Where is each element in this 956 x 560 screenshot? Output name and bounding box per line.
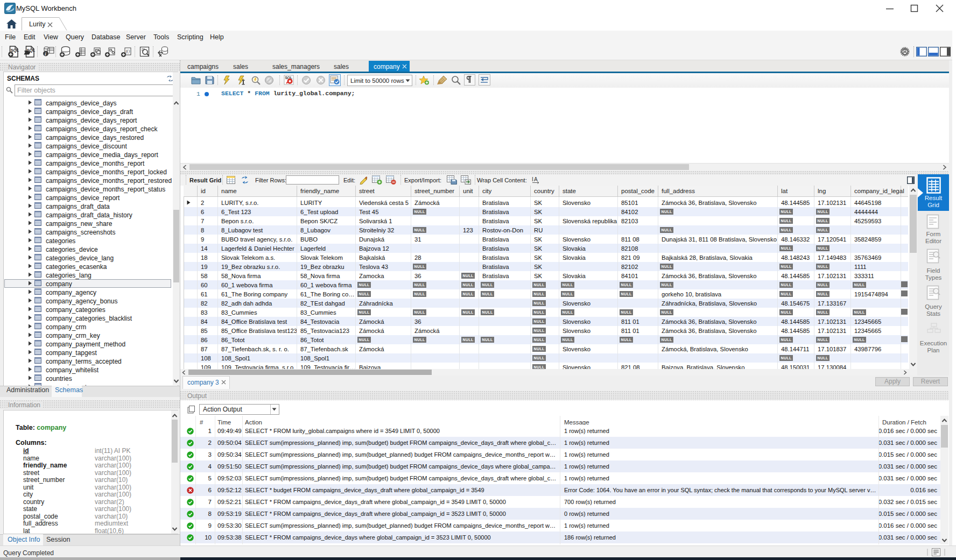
svg-text:I: I — [532, 176, 533, 182]
svg-text:A: A — [534, 176, 538, 182]
svg-text:SQL: SQL — [11, 48, 19, 53]
svg-text:f(): f() — [126, 49, 130, 54]
